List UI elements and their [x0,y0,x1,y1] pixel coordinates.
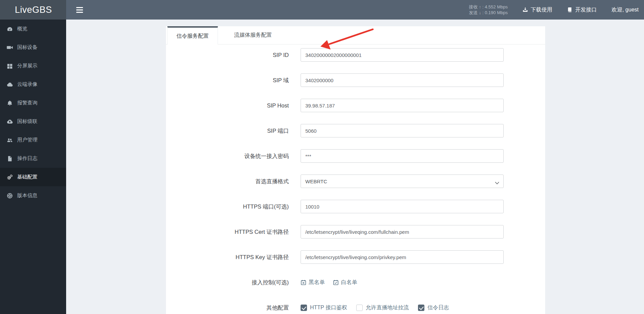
sidebar-item-label: 概览 [17,26,27,32]
preferred-live-format-select[interactable]: WEBRTC [301,175,504,188]
tab-label: 流媒体服务配置 [234,32,272,39]
sidebar-item-split-screen[interactable]: 分屏展示 [0,57,66,75]
checkbox-label: HTTP 接口鉴权 [310,304,347,311]
form-row: SIP 端口 [166,124,545,137]
sidebar-item-alarm-query[interactable]: 报警查询 [0,94,66,112]
download-link[interactable]: 下载使用 [523,6,552,13]
network-stats: 接收 ↑ : 4.552 Mbps 发送 ↓ : 0.190 Mbps [469,4,508,15]
cloud-upload-icon [6,118,13,125]
hamburger-icon [76,12,83,13]
config-tabs: 信令服务配置 流媒体服务配置 [166,26,545,44]
config-card: 信令服务配置 流媒体服务配置 SIP ID SIP 域 SIP Host SIP… [166,26,545,314]
grid-icon [6,63,13,69]
sidebar-item-cloud-recording[interactable]: 云端录像 [0,75,66,94]
checkbox-icon [418,305,424,311]
tab-media-service-config[interactable]: 流媒体服务配置 [225,26,281,44]
https-key-path-field[interactable] [301,250,504,264]
form-row: 其他配置 HTTP 接口鉴权 允许直播地址拉流 信令日志 [166,301,545,314]
user-menu[interactable]: 欢迎, guest [612,6,639,13]
sidebar-item-label: 用户管理 [17,137,37,143]
form-row: HTTPS Cert 证书路径 [166,225,545,239]
form-row: 设备统一接入密码 [166,149,545,163]
select-value: WEBRTC [305,179,327,184]
sidebar: 概览 国标设备 分屏展示 云端录像 报警查询 国标级联 用户管理 [0,20,66,314]
api-docs-link-label: 开发接口 [575,6,597,13]
device-access-password-field[interactable] [301,149,504,163]
hamburger-icon [76,7,83,8]
sidebar-item-version-info[interactable]: 版本信息 [0,186,66,205]
field-label: SIP ID [166,48,289,62]
form-row: SIP Host [166,99,545,112]
send-rate: 发送 ↓ : 0.190 Mbps [469,10,508,15]
sidebar-item-overview[interactable]: 概览 [0,20,66,38]
form-row: 首选直播格式 WEBRTC [166,175,545,188]
gauge-icon [6,26,13,32]
form-row: SIP 域 [166,73,545,87]
whitelist-button[interactable]: 白名单 [333,279,357,286]
download-link-label: 下载使用 [531,6,552,13]
form-row: SIP ID [166,48,545,62]
sidebar-item-label: 国标设备 [17,44,37,51]
checkbox-allow-live-url-pull[interactable]: 允许直播地址拉流 [356,304,409,311]
sidebar-item-gb-devices[interactable]: 国标设备 [0,38,66,57]
https-cert-path-field[interactable] [301,225,504,239]
blacklist-button[interactable]: 黑名单 [301,279,325,286]
checkbox-http-api-auth[interactable]: HTTP 接口鉴权 [301,304,347,311]
field-label: HTTPS Cert 证书路径 [166,225,289,239]
sidebar-item-label: 国标级联 [17,118,37,125]
blacklist-label: 黑名单 [309,279,325,286]
tab-signal-service-config[interactable]: 信令服务配置 [167,26,218,44]
sip-host-field[interactable] [301,99,504,112]
field-label: SIP Host [166,99,289,112]
checkbox-label: 允许直播地址拉流 [366,304,409,311]
topbar-main: 接收 ↑ : 4.552 Mbps 发送 ↓ : 0.190 Mbps 下载使用… [66,0,644,20]
checkbox-signal-log[interactable]: 信令日志 [418,304,449,311]
sidebar-item-operation-log[interactable]: 操作日志 [0,149,66,168]
api-docs-link[interactable]: 开发接口 [567,6,597,13]
field-label: SIP 端口 [166,124,289,137]
cloud-icon [6,81,13,88]
video-camera-icon [6,44,13,51]
sidebar-item-gb-cascade[interactable]: 国标级联 [0,112,66,131]
checkbox-icon [301,305,307,311]
users-icon [6,137,13,143]
sidebar-item-label: 云端录像 [17,81,37,88]
form-row: 接入控制(可选) 黑名单 白名单 [166,276,545,289]
calendar-x-icon [301,280,306,285]
sip-port-field[interactable] [301,124,504,137]
https-port-field[interactable] [301,200,504,213]
sidebar-item-basic-config[interactable]: 基础配置 [0,168,66,186]
app-logo: LiveGBS [0,0,66,20]
bell-icon [6,100,13,106]
hamburger-icon [76,9,83,10]
field-label: 首选直播格式 [166,175,289,188]
checkbox-icon [356,305,363,311]
sidebar-item-user-management[interactable]: 用户管理 [0,131,66,149]
sip-id-field[interactable] [301,48,504,62]
book-icon [567,7,572,12]
signal-config-form: SIP ID SIP 域 SIP Host SIP 端口 设备统一接入密码 首选 [166,44,545,314]
sidebar-item-label: 基础配置 [17,174,37,180]
sidebar-item-label: 操作日志 [17,155,37,162]
content-area: 信令服务配置 流媒体服务配置 SIP ID SIP 域 SIP Host SIP… [66,20,644,314]
sidebar-toggle-button[interactable] [72,0,87,20]
file-icon [6,155,13,162]
form-row: HTTPS 端口(可选) [166,200,545,213]
calendar-check-icon [333,280,339,285]
life-ring-icon [6,192,13,199]
chevron-down-icon [495,180,499,186]
field-label: HTTPS 端口(可选) [166,200,289,213]
sidebar-item-label: 分屏展示 [17,63,37,69]
sip-domain-field[interactable] [301,73,504,87]
field-label: HTTPS Key 证书路径 [166,250,289,264]
whitelist-label: 白名单 [341,279,357,286]
cogs-icon [6,174,13,180]
checkbox-label: 信令日志 [427,304,449,311]
topbar: LiveGBS 接收 ↑ : 4.552 Mbps 发送 ↓ : 0.190 M… [0,0,644,20]
tab-label: 信令服务配置 [176,33,209,40]
sidebar-item-label: 报警查询 [17,100,37,106]
sidebar-item-label: 版本信息 [17,192,37,199]
field-label: 接入控制(可选) [166,276,289,289]
download-icon [523,7,528,12]
form-row: HTTPS Key 证书路径 [166,250,545,264]
